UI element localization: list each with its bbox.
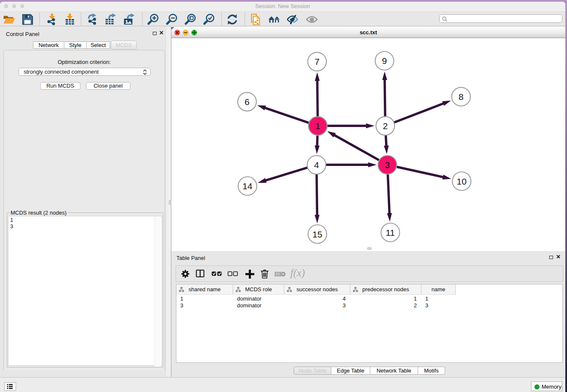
svg-text:11: 11: [385, 228, 395, 237]
svg-text:15: 15: [312, 229, 322, 239]
svg-text:14: 14: [242, 181, 253, 191]
svg-text:2: 2: [383, 121, 388, 131]
svg-text:10: 10: [457, 177, 466, 186]
svg-text:7: 7: [314, 57, 319, 66]
svg-text:9: 9: [382, 56, 387, 66]
svg-text:4: 4: [314, 160, 319, 170]
svg-text:8: 8: [459, 92, 464, 102]
svg-text:6: 6: [245, 97, 250, 107]
svg-text:3: 3: [385, 160, 390, 170]
svg-text:1: 1: [315, 121, 320, 131]
